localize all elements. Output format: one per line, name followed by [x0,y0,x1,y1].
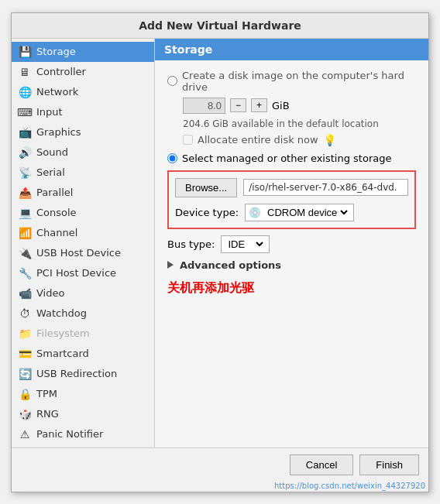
warning-text: 关机再添加光驱 [167,280,416,297]
browse-row: Browse... /iso/rhel-server-7.0-x86_64-dv… [175,178,408,197]
advanced-options-row[interactable]: Advanced options [167,259,416,271]
select-managed-radio[interactable] [167,153,177,163]
sidebar-label-storage: Storage [36,46,76,57]
bus-type-dropdown[interactable]: IDE SCSI SATA VirtIO [221,235,270,253]
sidebar-label-watchdog: Watchdog [36,307,87,319]
sidebar-label-serial: Serial [36,166,65,178]
sidebar-item-console[interactable]: 💻 Console [12,203,154,223]
graphics-icon: 📺 [18,125,32,139]
sidebar-item-pci-host-device[interactable]: 🔧 PCI Host Device [12,263,154,283]
device-type-row: Device type: 💿 CDROM device Disk device … [175,204,408,221]
sidebar-item-controller[interactable]: 🖥 Controller [12,62,154,82]
select-managed-label: Select managed or other existing storage [182,153,391,164]
tpm-icon: 🔒 [18,387,32,401]
device-type-dropdown[interactable]: 💿 CDROM device Disk device Floppy device [245,204,354,221]
allocate-row: Allocate entire disk now 💡 [183,134,416,146]
available-text: 204.6 GiB available in the default locat… [183,118,416,129]
sidebar-item-storage[interactable]: 💾 Storage [12,42,154,62]
sidebar-label-video: Video [36,287,64,299]
sidebar-item-serial[interactable]: 📡 Serial [12,163,154,183]
bus-type-row: Bus type: IDE SCSI SATA VirtIO [167,235,416,253]
sidebar-item-rng[interactable]: 🎲 RNG [12,404,154,424]
storage-icon: 💾 [18,45,32,59]
main-content: Storage Create a disk image on the compu… [155,39,428,447]
sidebar-label-sound: Sound [36,146,68,158]
create-disk-radio[interactable] [167,76,177,86]
dialog-body: 💾 Storage 🖥 Controller 🌐 Network ⌨ Input… [12,39,428,447]
sidebar-label-rng: RNG [36,408,59,420]
sound-icon: 🔊 [18,146,32,159]
dialog-footer: Cancel Finish [12,447,428,482]
allocate-label: Allocate entire disk now [198,134,318,146]
usb-host-icon: 🔌 [18,246,32,260]
sidebar-label-pci-host: PCI Host Device [36,267,116,279]
rng-icon: 🎲 [18,407,32,421]
sidebar-label-tpm: TPM [36,388,57,399]
path-display: /iso/rhel-server-7.0-x86_64-dvd. [243,179,408,196]
browse-button[interactable]: Browse... [175,178,237,197]
sidebar-item-smartcard[interactable]: 💳 Smartcard [12,344,154,364]
content-area: Create a disk image on the computer's ha… [155,60,428,447]
allocate-checkbox[interactable] [183,135,193,145]
create-disk-option-row: Create a disk image on the computer's ha… [167,70,416,93]
watermark: https://blog.csdn.net/weixin_44327920 [12,482,428,492]
controller-icon: 🖥 [18,65,32,79]
disk-size-unit: GiB [272,100,290,111]
network-icon: 🌐 [18,85,32,99]
video-icon: 📹 [18,286,32,300]
finish-button[interactable]: Finish [359,454,419,475]
advanced-label: Advanced options [180,259,281,271]
usb-redir-icon: 🔄 [18,367,32,381]
console-icon: 💻 [18,206,32,220]
sidebar-item-network[interactable]: 🌐 Network [12,82,154,102]
sidebar-item-input[interactable]: ⌨ Input [12,102,154,122]
bus-type-label: Bus type: [167,238,215,250]
cdrom-icon: 💿 [249,207,261,218]
sidebar-label-input: Input [36,106,63,118]
sidebar-item-usb-redirection[interactable]: 🔄 USB Redirection [12,364,154,384]
sidebar-item-watchdog[interactable]: ⏱ Watchdog [12,303,154,324]
sidebar-item-tpm[interactable]: 🔒 TPM [12,384,154,404]
device-type-label: Device type: [175,207,239,218]
sidebar-item-graphics[interactable]: 📺 Graphics [12,122,154,142]
add-hardware-dialog: Add New Virtual Hardware 💾 Storage 🖥 Con… [11,12,429,492]
parallel-icon: 📤 [18,186,32,200]
input-icon: ⌨ [18,105,32,119]
device-type-select[interactable]: CDROM device Disk device Floppy device [264,206,350,219]
sidebar-item-panic-notifier[interactable]: ⚠ Panic Notifier [12,424,154,444]
sidebar-label-console: Console [36,207,77,218]
disk-size-input[interactable]: 8.0 [183,98,225,114]
sidebar-label-smartcard: Smartcard [36,348,89,359]
sidebar-item-parallel[interactable]: 📤 Parallel [12,183,154,203]
triangle-icon [167,261,174,269]
disk-size-decrement[interactable]: − [230,98,246,112]
sidebar-label-usb-redir: USB Redirection [36,368,117,379]
watchdog-icon: ⏱ [18,307,32,321]
channel-icon: 📶 [18,226,32,240]
sidebar-label-graphics: Graphics [36,126,81,138]
cancel-button[interactable]: Cancel [290,454,353,475]
bus-type-select[interactable]: IDE SCSI SATA VirtIO [225,238,266,251]
sidebar-item-video[interactable]: 📹 Video [12,283,154,303]
sidebar-label-controller: Controller [36,66,86,77]
dialog-title: Add New Virtual Hardware [12,13,428,39]
smartcard-icon: 💳 [18,347,32,361]
create-disk-label: Create a disk image on the computer's ha… [182,70,416,93]
sidebar-label-panic: Panic Notifier [36,428,103,440]
select-managed-row: Select managed or other existing storage [167,153,416,164]
sidebar-label-usb-host: USB Host Device [36,247,121,259]
sidebar-item-sound[interactable]: 🔊 Sound [12,142,154,163]
disk-size-increment[interactable]: + [251,98,267,112]
section-header: Storage [155,39,428,60]
sidebar-item-channel[interactable]: 📶 Channel [12,223,154,243]
sidebar-label-network: Network [36,86,78,98]
sidebar-item-filesystem: 📁 Filesystem [12,324,154,344]
storage-box: Browse... /iso/rhel-server-7.0-x86_64-dv… [167,170,416,229]
sidebar-item-usb-host-device[interactable]: 🔌 USB Host Device [12,243,154,263]
filesystem-icon: 📁 [18,327,32,341]
sidebar-label-channel: Channel [36,227,77,238]
sidebar-label-filesystem: Filesystem [36,327,90,339]
serial-icon: 📡 [18,166,32,180]
panic-icon: ⚠ [18,427,32,441]
sidebar: 💾 Storage 🖥 Controller 🌐 Network ⌨ Input… [12,39,155,447]
